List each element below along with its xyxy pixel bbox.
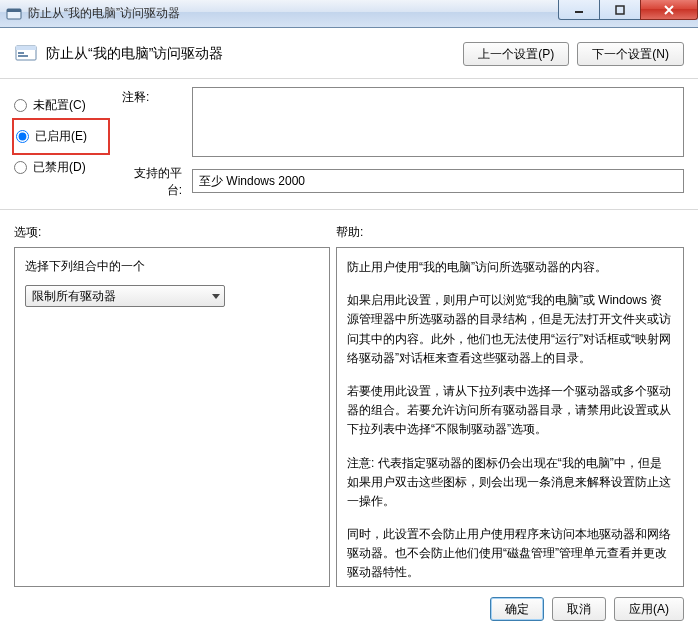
help-paragraph: 若要使用此设置，请从下拉列表中选择一个驱动器或多个驱动器的组合。若要允许访问所有…	[347, 382, 673, 440]
svg-rect-6	[18, 52, 24, 54]
apply-button[interactable]: 应用(A)	[614, 597, 684, 621]
radio-disabled-input[interactable]	[14, 161, 27, 174]
ok-button[interactable]: 确定	[490, 597, 544, 621]
state-radio-group: 未配置(C) 已启用(E) 已禁用(D)	[14, 87, 104, 199]
drive-restriction-combobox[interactable]: 限制所有驱动器	[25, 285, 225, 307]
help-paragraph: 如果启用此设置，则用户可以浏览“我的电脑”或 Windows 资源管理器中所选驱…	[347, 291, 673, 368]
help-paragraph: 注意: 代表指定驱动器的图标仍会出现在“我的电脑”中，但是如果用户双击这些图标，…	[347, 454, 673, 512]
radio-not-configured[interactable]: 未配置(C)	[14, 97, 104, 114]
cancel-button[interactable]: 取消	[552, 597, 606, 621]
window-close-button[interactable]	[640, 0, 698, 20]
help-paragraph: 同时，此设置不会防止用户使用程序来访问本地驱动器和网络驱动器。也不会防止他们使用…	[347, 525, 673, 583]
previous-setting-button[interactable]: 上一个设置(P)	[463, 42, 569, 66]
comment-textarea[interactable]	[192, 87, 684, 157]
next-setting-button[interactable]: 下一个设置(N)	[577, 42, 684, 66]
drive-restriction-selected: 限制所有驱动器	[32, 288, 116, 305]
radio-enabled-label: 已启用(E)	[35, 128, 87, 145]
window-favicon	[6, 6, 22, 22]
radio-not-configured-input[interactable]	[14, 99, 27, 112]
dialog-title: 防止从“我的电脑”访问驱动器	[46, 42, 463, 63]
window-maximize-button[interactable]	[599, 0, 641, 20]
radio-enabled[interactable]: 已启用(E)	[16, 128, 102, 145]
help-panel: 防止用户使用“我的电脑”访问所选驱动器的内容。 如果启用此设置，则用户可以浏览“…	[336, 247, 684, 587]
help-paragraph: 防止用户使用“我的电脑”访问所选驱动器的内容。	[347, 258, 673, 277]
svg-rect-7	[18, 55, 28, 57]
svg-rect-1	[7, 9, 21, 12]
svg-rect-2	[575, 11, 583, 13]
radio-enabled-highlight: 已启用(E)	[12, 118, 110, 155]
radio-enabled-input[interactable]	[16, 130, 29, 143]
radio-disabled-label: 已禁用(D)	[33, 159, 86, 176]
supported-platform-label: 支持的平台:	[122, 163, 192, 199]
svg-rect-3	[616, 6, 624, 14]
policy-icon	[14, 42, 38, 66]
window-title: 防止从“我的电脑”访问驱动器	[28, 5, 180, 22]
options-prompt: 选择下列组合中的一个	[25, 258, 319, 275]
window-titlebar: 防止从“我的电脑”访问驱动器	[0, 0, 698, 28]
help-section-label: 帮助:	[336, 224, 363, 241]
window-minimize-button[interactable]	[558, 0, 600, 20]
chevron-down-icon	[212, 294, 220, 299]
options-panel: 选择下列组合中的一个 限制所有驱动器	[14, 247, 330, 587]
svg-rect-5	[16, 46, 36, 50]
options-section-label: 选项:	[14, 224, 336, 241]
radio-disabled[interactable]: 已禁用(D)	[14, 159, 104, 176]
comment-label: 注释:	[122, 87, 192, 157]
supported-platform-value: 至少 Windows 2000	[192, 169, 684, 193]
dialog-header: 防止从“我的电脑”访问驱动器 上一个设置(P) 下一个设置(N)	[0, 28, 698, 79]
dialog-footer: 确定 取消 应用(A)	[0, 587, 698, 631]
radio-not-configured-label: 未配置(C)	[33, 97, 86, 114]
